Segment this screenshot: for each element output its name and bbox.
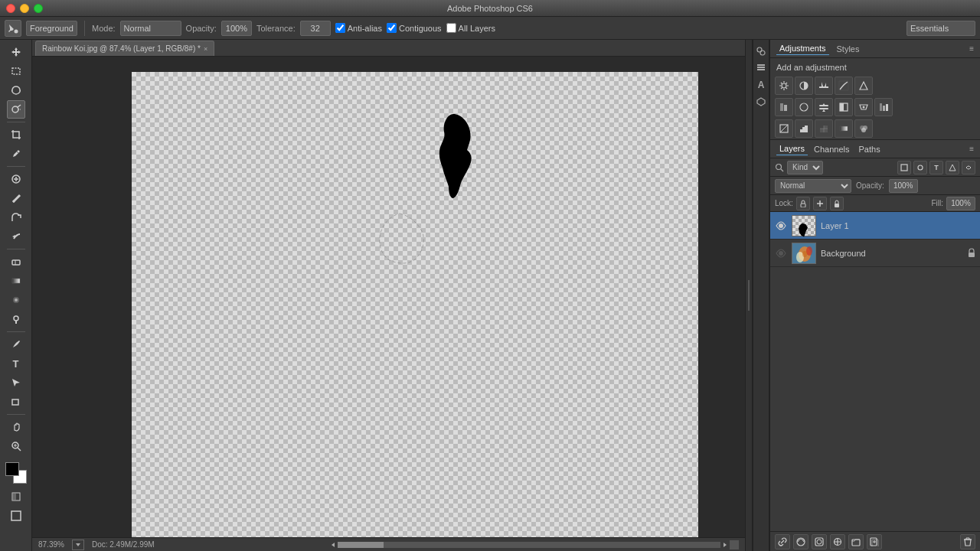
- move-tool-btn[interactable]: [7, 43, 25, 61]
- levels-adj[interactable]: [815, 77, 833, 95]
- photo-filter-adj[interactable]: [854, 98, 873, 116]
- maximize-button[interactable]: [34, 4, 43, 13]
- quick-select-btn[interactable]: [7, 100, 25, 119]
- new-fill-adj-btn[interactable]: [830, 534, 845, 549]
- hue-sat-adj[interactable]: [795, 98, 813, 116]
- canvas-tab[interactable]: Rainbow Koi.jpg @ 87.4% (Layer 1, RGB/8#…: [35, 41, 214, 56]
- add-style-btn[interactable]: [793, 534, 808, 549]
- blend-mode-select[interactable]: Normal: [775, 179, 851, 193]
- panel-resize-handle[interactable]: [745, 40, 753, 551]
- scroll-left[interactable]: [328, 540, 338, 550]
- bw-adj[interactable]: [835, 98, 853, 116]
- scroll-right[interactable]: [720, 540, 730, 550]
- filter-kind-select[interactable]: Kind: [787, 161, 823, 174]
- contrast-adj[interactable]: [795, 77, 813, 95]
- layers-panel-collapse[interactable]: ≡: [969, 145, 974, 153]
- styles-tab[interactable]: Styles: [834, 43, 863, 55]
- layer-item-background[interactable]: Background: [770, 240, 980, 267]
- channel-mixer-adj[interactable]: [874, 98, 893, 116]
- background-visibility[interactable]: [775, 247, 787, 259]
- all-layers-check[interactable]: All Layers: [446, 23, 495, 33]
- marquee-tool-btn[interactable]: [7, 62, 25, 80]
- canvas-checkerboard[interactable]: [132, 72, 698, 537]
- mode-select[interactable]: Normal: [120, 21, 181, 36]
- channels-tab[interactable]: Channels: [811, 143, 852, 155]
- doc-size: Doc: 2.49M/2.99M: [92, 540, 155, 549]
- foreground-select[interactable]: Foreground: [26, 21, 77, 36]
- new-layer-btn[interactable]: [867, 534, 882, 549]
- delete-layer-btn[interactable]: [960, 534, 975, 549]
- threshold-adj[interactable]: [815, 119, 833, 138]
- crop-tool-btn[interactable]: [7, 126, 25, 144]
- zoom-tool-btn[interactable]: [7, 437, 25, 455]
- scroll-corner[interactable]: [730, 540, 739, 549]
- tool-options-selector[interactable]: Foreground: [26, 21, 77, 36]
- healing-brush-btn[interactable]: [7, 170, 25, 188]
- screen-mode-btn[interactable]: [7, 507, 25, 525]
- link-layers-btn[interactable]: [775, 534, 790, 549]
- zoom-options[interactable]: [72, 540, 84, 550]
- add-mask-btn[interactable]: [812, 534, 827, 549]
- color-balance-adj[interactable]: [815, 98, 833, 116]
- contiguous-check[interactable]: Contiguous: [387, 23, 442, 33]
- history-brush-btn[interactable]: [7, 227, 25, 246]
- foreground-color-swatch[interactable]: [5, 462, 19, 476]
- type-panel-icon[interactable]: A: [754, 78, 768, 92]
- workspace-select[interactable]: Essentials: [906, 21, 975, 36]
- opacity-value[interactable]: [889, 179, 918, 193]
- invert-adj[interactable]: [775, 119, 793, 138]
- minimize-button[interactable]: [20, 4, 29, 13]
- gradient-map-adj[interactable]: [835, 119, 853, 138]
- brightness-adj[interactable]: [775, 77, 793, 95]
- hand-tool-btn[interactable]: [7, 418, 25, 436]
- active-tool-icon[interactable]: [5, 20, 21, 37]
- type-tool-btn[interactable]: T: [7, 354, 25, 373]
- dodge-btn[interactable]: [7, 310, 25, 328]
- filter-smart[interactable]: [962, 161, 975, 174]
- lock-position-btn[interactable]: [813, 197, 827, 210]
- brush-tool-btn[interactable]: [7, 189, 25, 207]
- svg-marker-26: [822, 82, 823, 86]
- canvas-scroll[interactable]: [32, 57, 745, 537]
- fill-value[interactable]: [946, 197, 975, 210]
- color-swatches[interactable]: [5, 462, 27, 484]
- filter-adjust[interactable]: [913, 161, 927, 174]
- eyedropper-btn[interactable]: [7, 145, 25, 163]
- adjustments-tab[interactable]: Adjustments: [776, 42, 829, 55]
- pen-tool-btn[interactable]: [7, 335, 25, 354]
- close-button[interactable]: [6, 4, 15, 13]
- new-group-btn[interactable]: [848, 534, 864, 549]
- eraser-btn[interactable]: [7, 253, 25, 271]
- blur-btn[interactable]: [7, 291, 25, 309]
- exposure-adj[interactable]: [854, 77, 873, 95]
- gradient-btn[interactable]: [7, 272, 25, 290]
- layers-tab[interactable]: Layers: [776, 142, 808, 155]
- clone-stamp-btn[interactable]: [7, 208, 25, 227]
- posterize-adj[interactable]: [795, 119, 813, 138]
- koi-silhouette: [430, 110, 476, 202]
- vibrance-adj[interactable]: [775, 98, 793, 116]
- filter-type[interactable]: T: [929, 161, 943, 174]
- tab-close[interactable]: ×: [204, 45, 207, 53]
- lock-all-btn[interactable]: [830, 197, 844, 210]
- opacity-input[interactable]: [221, 21, 252, 36]
- selective-color-adj[interactable]: [854, 119, 873, 138]
- path-select-btn[interactable]: [7, 373, 25, 392]
- filter-pixel[interactable]: [897, 161, 911, 174]
- adjustments-panel-icon[interactable]: [754, 44, 768, 58]
- paths-tab[interactable]: Paths: [856, 143, 884, 155]
- filter-shape[interactable]: [946, 161, 959, 174]
- quick-mask-btn[interactable]: [7, 487, 25, 506]
- layer1-visibility[interactable]: [775, 220, 787, 232]
- 3d-panel-icon[interactable]: [754, 95, 768, 109]
- panel-collapse-btn[interactable]: ≡: [969, 44, 974, 53]
- lock-pixels-btn[interactable]: [796, 197, 810, 210]
- curves-adj[interactable]: [835, 77, 853, 95]
- svg-point-39: [863, 106, 865, 109]
- anti-alias-check[interactable]: Anti-alias: [335, 23, 382, 33]
- shape-tool-btn[interactable]: [7, 393, 25, 411]
- layer-item-layer1[interactable]: Layer 1: [770, 212, 980, 240]
- lasso-tool-btn[interactable]: [7, 81, 25, 99]
- layers-panel-icon[interactable]: [754, 61, 768, 75]
- tolerance-input[interactable]: [300, 21, 331, 36]
